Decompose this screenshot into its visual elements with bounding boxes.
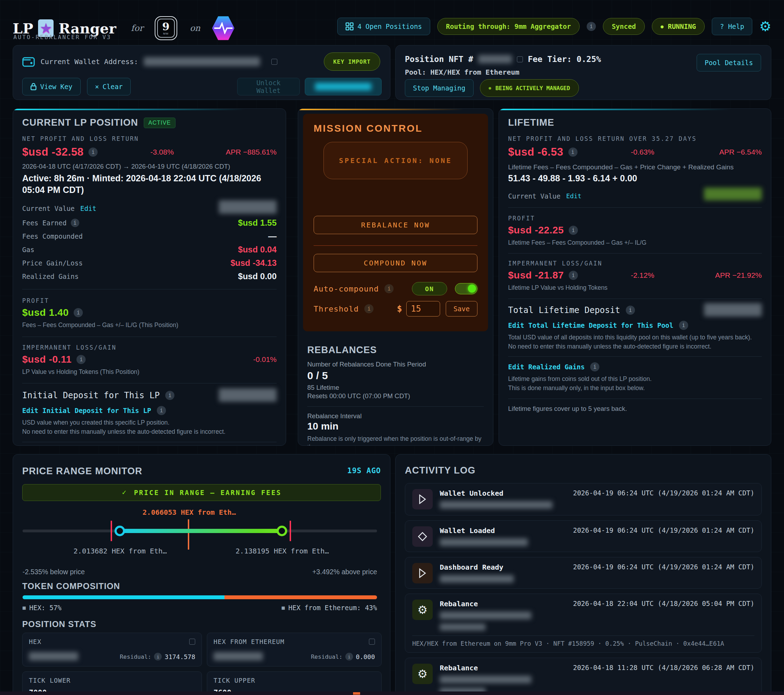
net-usd: $usd -32.58 — [22, 146, 84, 158]
activity-detail-redacted — [440, 501, 552, 509]
current-price-label: 2.066053 HEX from Eth… — [129, 508, 249, 516]
activity-item-rebalance-2[interactable]: ⚙ Rebalance 2026-04-18 11:28 UTC (4/18/2… — [405, 658, 762, 695]
tick-lower-label: TICK LOWER — [29, 677, 71, 684]
copy-address-icon[interactable] — [271, 59, 277, 65]
above-price-label: +3.492% above price — [312, 568, 377, 576]
routing-info-icon[interactable]: i — [587, 22, 596, 31]
activity-item-rebalance-1[interactable]: ⚙ Rebalance 2026-04-18 22:04 UTC (4/18/2… — [405, 593, 762, 653]
synced-badge: Synced — [603, 18, 645, 35]
hexeth-legend-label: HEX from Ethereum: 43% — [288, 604, 377, 611]
copy-hexeth-icon[interactable] — [369, 639, 375, 645]
mission-title: MISSION CONTROL — [314, 123, 422, 134]
lifetime-edit-realized-link[interactable]: Edit Realized Gains — [508, 363, 585, 371]
edit-initial-deposit-link[interactable]: Edit Initial Deposit for This LP — [22, 407, 151, 414]
lifetime-edit-realized-info-icon[interactable]: i — [590, 362, 600, 371]
in-range-banner: ✓ PRICE IN RANGE — EARNING FEES — [22, 484, 381, 501]
lifetime-current-value-label: Current Value — [508, 192, 561, 200]
gear-icon: ⚙ — [412, 664, 433, 684]
activity-item-wallet-unlocked[interactable]: Wallet Unlocked 2026-04-19 06:24 UTC (4/… — [405, 483, 762, 516]
edit-current-value-link[interactable]: Edit — [80, 205, 97, 212]
open-positions-button[interactable]: 4 Open Positions — [337, 18, 430, 35]
stat-card-hex: HEX Residual: i 3174.578 — [22, 633, 202, 667]
tick-upper-label: TICK UPPER — [214, 677, 255, 684]
profit-info-icon[interactable]: i — [74, 308, 83, 317]
threshold-input[interactable] — [406, 301, 440, 317]
active-badge: ACTIVE — [144, 118, 175, 128]
range-upper-handle[interactable] — [277, 526, 287, 536]
copy-hex-icon[interactable] — [189, 639, 195, 645]
lifetime-net-info-icon[interactable]: i — [568, 148, 578, 157]
special-action-box[interactable]: SPECIAL ACTION: NONE — [323, 142, 468, 179]
net-info-icon[interactable]: i — [89, 148, 97, 157]
price-gainloss-label: Price Gain/Loss — [22, 259, 83, 267]
view-key-button[interactable]: View Key — [22, 78, 81, 95]
copy-nft-icon[interactable] — [517, 56, 523, 62]
redacted-action-button[interactable] — [305, 78, 382, 95]
unlock-wallet-button[interactable]: Unlock Wallet — [237, 78, 300, 95]
running-dot-icon: ● — [660, 24, 664, 29]
threshold-info-icon[interactable]: i — [364, 304, 374, 313]
lifetime-il-caption: Lifetime LP Value vs Holding Tokens — [508, 284, 762, 292]
clear-button[interactable]: × Clear — [87, 78, 131, 95]
9mm-logo-icon: 9 MM — [155, 16, 177, 40]
net-pct: -3.08% — [150, 148, 174, 156]
lifetime-profit-caption: Lifetime Fees – Fees Compounded – Gas +/… — [508, 239, 762, 247]
total-deposit-info-icon[interactable]: i — [626, 306, 635, 315]
activity-detail-redacted — [440, 538, 528, 546]
profit-label: PROFIT — [22, 297, 277, 304]
activity-detail-redacted — [440, 611, 531, 619]
range-lower-handle[interactable] — [115, 526, 125, 536]
help-button[interactable]: ? Help — [712, 18, 752, 35]
lifetime-edit-value-link[interactable]: Edit — [566, 192, 581, 200]
price-range-panel: PRICE RANGE MONITOR 19S AGO ✓ PRICE IN R… — [13, 454, 390, 695]
activity-detail-redacted — [440, 624, 486, 631]
edit-total-deposit-link[interactable]: Edit Total Lifetime Deposit for This Poo… — [508, 322, 674, 329]
fees-earned-value: $usd 1.55 — [238, 218, 277, 228]
hexeth-residual-info-icon[interactable]: i — [345, 653, 353, 660]
price-gainloss-value: $usd -34.13 — [231, 258, 277, 268]
range-active-bar — [120, 529, 282, 533]
il-pct: -0.01% — [253, 355, 277, 364]
auto-compound-info-icon[interactable]: i — [384, 284, 394, 293]
current-lp-title: CURRENT LP POSITION — [22, 117, 138, 128]
key-import-button[interactable]: KEY IMPORT — [324, 53, 380, 71]
activity-item-dashboard-ready[interactable]: Dashboard Ready 2026-04-19 06:24 UTC (4/… — [405, 557, 762, 589]
current-value-label: Current Value — [22, 205, 75, 212]
initial-deposit-label: Initial Deposit for This LP — [22, 391, 160, 400]
save-threshold-button[interactable]: Save — [446, 301, 478, 317]
pool-details-button[interactable]: Pool Details — [697, 54, 761, 71]
edit-initial-info-icon[interactable]: i — [157, 406, 166, 415]
net-pl-label: NET PROFIT AND LOSS RETURN — [22, 135, 277, 142]
lifetime-il-apr: APR −21.92% — [715, 271, 762, 279]
rebalances-resets: Resets 00:00 UTC (07:00 PM CDT) — [307, 392, 484, 400]
activity-item-wallet-loaded[interactable]: Wallet Loaded 2026-04-19 06:24 UTC (4/19… — [405, 520, 762, 552]
position-nft-panel: Position NFT # Fee Tier: 0.25% Pool: HEX… — [395, 45, 771, 100]
il-info-icon[interactable]: i — [76, 355, 86, 364]
pulsechain-logo-icon — [212, 15, 235, 41]
auto-compound-toggle[interactable] — [455, 283, 478, 294]
auto-compound-label: Auto-compound — [314, 284, 379, 293]
rebalance-now-button[interactable]: REBALANCE NOW — [314, 216, 478, 234]
stat-hexeth-label: HEX FROM ETHEREUM — [214, 638, 284, 646]
lifetime-realized-caption-2: This is done manually only, in the input… — [508, 384, 762, 393]
il-label: IMPERMANENT LOSS/GAIN — [22, 344, 277, 351]
position-nft-label: Position NFT # — [405, 54, 473, 64]
fees-earned-info-icon[interactable]: i — [71, 219, 79, 227]
rebalance-interval-value: 10 min — [307, 421, 484, 432]
hex-residual-info-icon[interactable]: i — [154, 653, 162, 660]
rebalances-lifetime: 85 Lifetime — [307, 384, 484, 391]
rebalance-interval-label: Rebalance Interval — [307, 412, 484, 420]
initial-deposit-info-icon[interactable]: i — [165, 391, 175, 400]
fees-compounded-value: — — [268, 231, 277, 241]
mission-control-card: MISSION CONTROL SPECIAL ACTION: NONE REB… — [303, 114, 488, 331]
lifetime-profit-info-icon[interactable]: i — [569, 226, 578, 235]
edit-total-info-icon[interactable]: i — [679, 321, 688, 330]
stop-managing-button[interactable]: Stop Managing — [405, 79, 474, 97]
lifetime-il-info-icon[interactable]: i — [569, 271, 578, 280]
active-minted-line: Active: 8h 26m · Minted: 2026-04-18 22:0… — [22, 173, 277, 196]
compound-now-button[interactable]: COMPOUND NOW — [314, 254, 478, 272]
activity-detail-redacted — [440, 675, 531, 683]
lifetime-profit-label: PROFIT — [508, 215, 762, 222]
hexeth-legend-swatch: ■ — [282, 605, 285, 611]
settings-gear-icon[interactable]: ⚙ — [759, 20, 771, 33]
